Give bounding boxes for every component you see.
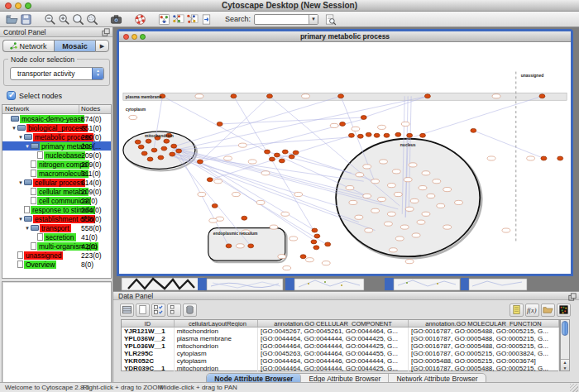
graph-node[interactable] <box>384 133 390 137</box>
network-label[interactable]: unassigned <box>24 251 63 260</box>
destroy-network-button[interactable] <box>199 12 213 26</box>
graph-node[interactable] <box>170 152 175 156</box>
tree-row[interactable]: response to stimulu264(0) <box>2 205 111 214</box>
open-session-button[interactable] <box>5 12 19 26</box>
graph-node[interactable] <box>313 246 319 250</box>
table-row[interactable]: YPL036W__2plasma membrane[GO:0044464, GO… <box>122 335 559 342</box>
expand-arrow-icon[interactable]: ▼ <box>17 217 24 222</box>
select-nodes-checkbox[interactable] <box>7 91 16 100</box>
expand-arrow-icon[interactable]: ▼ <box>11 126 17 131</box>
tree-row[interactable]: cellular metabo209(0) <box>2 187 111 196</box>
graph-node[interactable] <box>171 144 177 148</box>
graph-node[interactable] <box>420 133 426 137</box>
vizmapper-button[interactable] <box>157 12 171 26</box>
network-label[interactable]: Overview <box>24 261 56 269</box>
tree-row[interactable]: multi-organism pro42(0) <box>2 241 111 251</box>
graph-node[interactable] <box>265 150 270 154</box>
graph-node[interactable] <box>541 156 547 160</box>
graph-node[interactable] <box>161 146 167 151</box>
graph-node[interactable] <box>217 122 223 126</box>
tree-row[interactable]: ▼metabolic process280(0) <box>2 132 111 141</box>
graph-node[interactable] <box>176 149 182 153</box>
graph-node[interactable] <box>357 134 363 138</box>
zoom-out-button[interactable] <box>43 12 57 26</box>
tree-row[interactable]: unassigned223(0) <box>2 251 111 260</box>
network-label[interactable]: mosaic-demo-yeast <box>20 115 84 123</box>
graph-node[interactable] <box>135 140 141 144</box>
tree-row[interactable]: ▼primary metabo209(... <box>2 141 111 151</box>
expand-arrow-icon[interactable]: ▼ <box>24 226 31 231</box>
table-scrollbar[interactable]: ▲▼ <box>560 319 570 371</box>
table-row[interactable]: YPL036W__1mitochondrion[GO:0044464, GO:0… <box>122 342 559 350</box>
network-label[interactable]: transport <box>40 224 71 232</box>
zoom-in-button[interactable] <box>57 12 71 26</box>
tree-row[interactable]: ▼cellular process614(0) <box>2 178 111 187</box>
expand-arrow-icon[interactable]: ▼ <box>24 144 31 149</box>
tree-row[interactable]: Overview8(0) <box>2 260 111 269</box>
graph-node[interactable] <box>164 139 170 143</box>
tab-overflow-arrow[interactable]: ▶ <box>95 40 109 52</box>
scrollbar-thumb[interactable] <box>562 321 568 336</box>
birdseye-view-panel[interactable] <box>2 281 112 392</box>
network-canvas[interactable]: plasma membranecytoplasmmitochondrionnuc… <box>119 42 571 274</box>
graph-node[interactable] <box>539 94 545 98</box>
graph-node[interactable] <box>146 139 151 143</box>
graph-node[interactable] <box>338 94 344 98</box>
graph-node[interactable] <box>471 128 476 132</box>
tree-row[interactable]: secretion41(0) <box>2 232 111 241</box>
graph-node[interactable] <box>226 244 232 248</box>
network-label[interactable]: cellular process <box>33 179 85 187</box>
tree-column-nodes[interactable]: Nodes <box>79 105 111 113</box>
zoom-selected-button[interactable] <box>85 12 99 26</box>
search-input[interactable]: ▼ <box>254 14 318 25</box>
save-session-button[interactable] <box>19 12 33 26</box>
tree-row[interactable]: ▼biological_process651(0) <box>2 123 111 132</box>
tab-mosaic[interactable]: Mosaic <box>54 40 95 52</box>
tree-column-network[interactable]: Network <box>2 105 79 113</box>
graph-node[interactable] <box>424 94 430 98</box>
column-header[interactable]: _cellularLayoutRegion <box>175 320 258 327</box>
graph-node[interactable] <box>374 133 380 137</box>
expand-arrow-icon[interactable]: ▼ <box>17 135 24 140</box>
column-header[interactable]: ID <box>122 320 175 327</box>
tree-row[interactable]: macromolecule311(0) <box>2 169 111 178</box>
graph-node[interactable] <box>269 157 275 161</box>
graph-node[interactable] <box>314 234 320 238</box>
graph-node[interactable] <box>151 148 157 152</box>
attribute-select-button[interactable] <box>120 304 134 317</box>
column-header[interactable]: annotation.GO CELLULAR_COMPONENT <box>258 320 409 327</box>
tab-network[interactable]: Network <box>2 40 54 52</box>
zoom-fit-button[interactable] <box>71 12 85 26</box>
resize-grip[interactable] <box>570 384 578 392</box>
graph-node[interactable] <box>282 150 288 154</box>
graph-node[interactable] <box>289 155 294 159</box>
graph-node[interactable] <box>361 116 366 120</box>
graph-node[interactable] <box>279 159 285 163</box>
table-row[interactable]: YLR295Ccytoplasm[GO:0045263, GO:0044464,… <box>122 350 559 357</box>
graph-node[interactable] <box>395 132 401 136</box>
graph-node[interactable] <box>293 151 299 155</box>
delete-attribute-button[interactable] <box>183 304 197 317</box>
table-row[interactable]: YKR052Ccytoplasm[GO:0044464, GO:0044446,… <box>122 357 559 365</box>
node-color-dropdown[interactable]: transporter activity ▲▼ <box>10 67 104 80</box>
network-label[interactable]: nucleobase- <box>44 151 85 160</box>
graph-node[interactable] <box>274 153 280 157</box>
graph-node[interactable] <box>141 151 147 155</box>
tree-row[interactable]: nucleobase-209(0) <box>2 151 111 160</box>
graph-node[interactable] <box>242 216 247 220</box>
help-button[interactable] <box>133 12 147 26</box>
select-all-attributes-button[interactable] <box>151 304 165 317</box>
graph-node[interactable] <box>248 244 254 248</box>
column-header[interactable]: annotation.GO MOLECULAR_FUNCTION <box>409 320 559 327</box>
formula-builder-button[interactable]: f(x) <box>525 304 539 317</box>
network-label[interactable]: biological_process <box>26 124 88 132</box>
graph-node[interactable] <box>366 132 371 136</box>
graph-node[interactable] <box>312 228 318 232</box>
float-panel-icon[interactable] <box>102 28 110 36</box>
tree-row[interactable]: cell communicat22(0) <box>2 196 111 205</box>
graph-node[interactable] <box>348 133 354 137</box>
scrollbar-arrows[interactable]: ▲▼ <box>561 359 569 370</box>
unselect-all-attributes-button[interactable] <box>167 304 181 317</box>
graph-node[interactable] <box>407 133 413 137</box>
tree-row[interactable]: ▼establishment of lo558(0) <box>2 214 111 223</box>
